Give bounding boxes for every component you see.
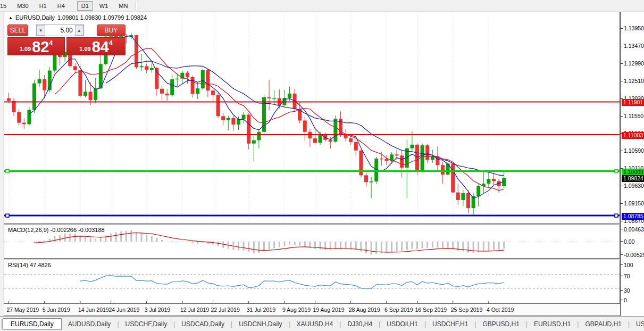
axis-tick-mark bbox=[621, 276, 623, 276]
chart-tab-usdchf-h1[interactable]: USDCHF,H1 bbox=[426, 319, 474, 329]
candle-body bbox=[303, 121, 307, 132]
sell-price-pip: 4 bbox=[49, 39, 53, 47]
candle-body bbox=[380, 159, 383, 160]
chart-tab-usdcnh-daily[interactable]: USDCNH,Daily bbox=[232, 319, 288, 329]
price-level-badge: 1.11003 bbox=[622, 132, 644, 139]
toolbar-separator bbox=[73, 2, 73, 10]
candle-body bbox=[7, 98, 11, 101]
timeframe-button-w1[interactable]: W1 bbox=[95, 1, 113, 11]
volume-stepper: ▼ ▲ bbox=[36, 24, 84, 36]
line-drag-handle[interactable] bbox=[615, 170, 618, 173]
sell-button[interactable]: SELL bbox=[7, 24, 28, 36]
date-axis-label: 22 Jul 2019 bbox=[211, 307, 240, 313]
price-tick-label: 1.11550 bbox=[624, 113, 643, 119]
candle-body bbox=[206, 70, 210, 90]
timeframe-button-m30[interactable]: M30 bbox=[13, 1, 32, 11]
chart-symbol-label: EURUSD,Daily bbox=[15, 14, 55, 21]
chart-tab-usdjp[interactable]: USDJP bbox=[630, 319, 644, 329]
candle-body bbox=[247, 115, 250, 144]
chart-tab-usdchf-daily[interactable]: USDCHF,Daily bbox=[119, 319, 174, 329]
candle-body bbox=[83, 92, 87, 96]
candle-body bbox=[140, 66, 144, 67]
rsi-line bbox=[80, 276, 504, 289]
chart-window-left-border bbox=[0, 12, 4, 316]
line-drag-handle[interactable] bbox=[615, 214, 618, 217]
chart-tab-usdoil-h1[interactable]: USDOil,H1 bbox=[380, 319, 424, 329]
candle-body bbox=[175, 79, 179, 80]
axis-tick-mark bbox=[621, 290, 623, 291]
chart-tab-gbpusd-h1[interactable]: GBPUSD,H1 bbox=[476, 319, 526, 329]
indicator-tick-label: 70 bbox=[624, 273, 630, 279]
axis-tick-mark bbox=[621, 46, 623, 46]
candle-body bbox=[349, 138, 353, 142]
symbol-arrow-icon: ▲ bbox=[9, 15, 13, 20]
price-tick-label: 1.12510 bbox=[624, 78, 644, 84]
axis-tick-mark bbox=[621, 300, 623, 300]
timeframe-button-h4[interactable]: H4 bbox=[53, 1, 69, 11]
date-axis-label: 27 May 2019 bbox=[7, 307, 39, 313]
candle-body bbox=[384, 159, 388, 161]
candle-body bbox=[451, 163, 455, 192]
candle-body bbox=[329, 140, 332, 142]
axis-tick-mark bbox=[621, 28, 623, 29]
candle-body bbox=[43, 79, 46, 90]
candle-body bbox=[466, 193, 470, 208]
volume-increase-button[interactable]: ▲ bbox=[75, 25, 83, 36]
candle-body bbox=[267, 97, 271, 98]
candle-body bbox=[431, 156, 434, 160]
line-drag-handle[interactable] bbox=[6, 170, 9, 173]
indicator-tick-label: 0 bbox=[624, 297, 627, 303]
toolbar-separator bbox=[136, 2, 136, 10]
candle-body bbox=[370, 181, 373, 183]
timeframe-button-d1[interactable]: D1 bbox=[77, 1, 93, 11]
chart-tab-dj30-h4[interactable]: DJ30,H4 bbox=[341, 319, 379, 329]
chart-tab-audusd-daily[interactable]: AUDUSD,Daily bbox=[62, 319, 118, 329]
indicator-tick-label: 30 bbox=[624, 287, 630, 294]
price-pane: ▲ EURUSD,Daily 1.09801 1.09830 1.09799 1… bbox=[4, 12, 620, 224]
candle-body bbox=[272, 98, 276, 100]
price-tick-label: 1.10590 bbox=[624, 147, 644, 154]
date-axis-label: 14 Jun 2019 bbox=[78, 307, 109, 313]
timeframe-button-h1[interactable]: H1 bbox=[35, 1, 51, 11]
sell-price-panel[interactable]: 1.09 82 4 bbox=[7, 37, 65, 55]
candle-body bbox=[89, 92, 93, 100]
timeframe-button-15[interactable]: 15 bbox=[0, 1, 11, 11]
chart-tab-eurusd-daily[interactable]: EURUSD,Daily bbox=[3, 318, 62, 330]
chart-tab-usdcad-daily[interactable]: USDCAD,Daily bbox=[175, 319, 231, 329]
buy-button[interactable]: BUY bbox=[97, 24, 126, 36]
candle-body bbox=[288, 94, 291, 98]
candle-body bbox=[476, 186, 480, 196]
candle-body bbox=[231, 118, 235, 125]
sell-price-big: 82 bbox=[32, 40, 49, 54]
buy-price-panel[interactable]: 1.09 84 4 bbox=[66, 37, 126, 55]
candle-body bbox=[461, 193, 465, 200]
candle-body bbox=[410, 145, 414, 148]
axis-tick-mark bbox=[621, 221, 623, 221]
candle-body bbox=[12, 101, 16, 112]
indicator-tick-label: 100 bbox=[624, 262, 633, 268]
date-axis: 27 May 20195 Jun 201914 Jun 201924 Jun 2… bbox=[4, 304, 620, 316]
axis-tick-mark bbox=[621, 116, 623, 117]
candle-body bbox=[216, 95, 220, 117]
rsi-pane: RSI(14) 47.4826 bbox=[4, 260, 620, 304]
one-click-trading-panel: SELL ▼ ▲ BUY 1.09 82 4 1.09 84 4 bbox=[7, 24, 126, 55]
line-drag-handle[interactable] bbox=[6, 214, 9, 217]
candle-body bbox=[94, 88, 97, 100]
candle-body bbox=[17, 112, 21, 123]
candle-body bbox=[38, 79, 41, 84]
macd-label: MACD(12,26,9) -0.002266 -0.003188 bbox=[8, 227, 105, 233]
candle-body bbox=[227, 118, 230, 120]
indicator-tick-label: 0.00463 bbox=[624, 226, 644, 233]
chart-tab-gbpaud-h1[interactable]: GBPAUD,H1 bbox=[579, 319, 628, 329]
timeframe-button-mn[interactable]: MN bbox=[114, 1, 132, 11]
price-tick-label: 1.12990 bbox=[624, 60, 644, 67]
volume-input[interactable] bbox=[45, 25, 75, 36]
candle-body bbox=[257, 132, 261, 140]
axis-tick-mark bbox=[621, 98, 623, 99]
candle-body bbox=[400, 155, 404, 168]
chart-tab-xauusd-h4[interactable]: XAUUSD,H4 bbox=[290, 319, 340, 329]
chart-tab-eurusd-h1[interactable]: EURUSD,H1 bbox=[528, 319, 577, 329]
price-tick-label: 1.13950 bbox=[624, 25, 644, 31]
volume-decrease-button[interactable]: ▼ bbox=[37, 25, 45, 36]
macd-pane: MACD(12,26,9) -0.002266 -0.003188 bbox=[4, 225, 620, 259]
